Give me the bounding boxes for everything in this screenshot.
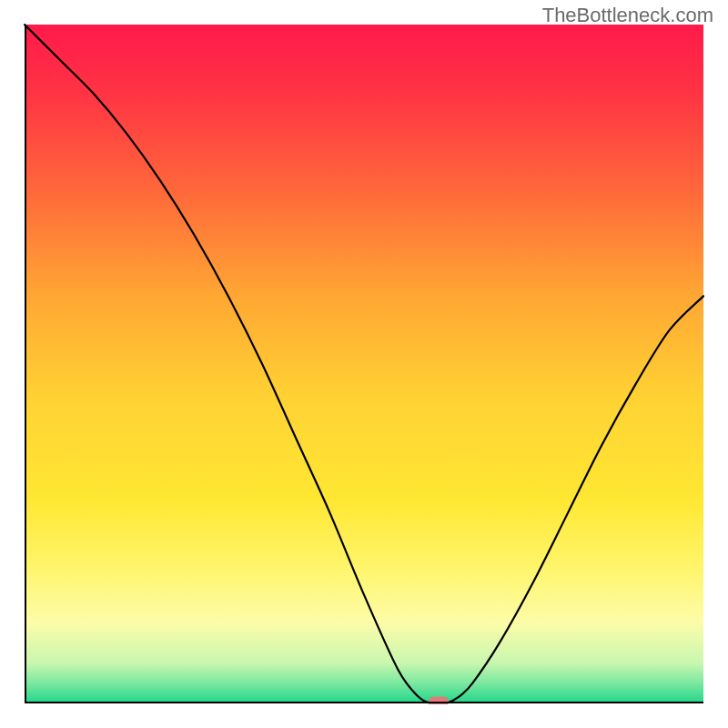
chart-background (25, 25, 703, 703)
bottleneck-chart (24, 24, 704, 704)
watermark-text: TheBottleneck.com (542, 4, 713, 27)
chart-container (24, 24, 704, 704)
